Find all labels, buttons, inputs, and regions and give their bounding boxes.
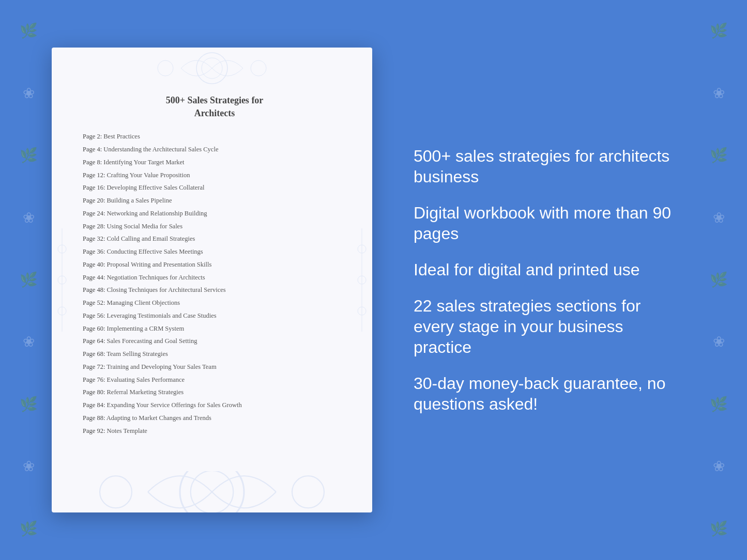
feature-text: Ideal for digital and printed use bbox=[414, 259, 685, 280]
svg-point-6 bbox=[100, 476, 132, 508]
toc-entry: Page 80: Referral Marketing Strategies bbox=[83, 386, 346, 399]
toc-entry: Page 24: Networking and Relationship Bui… bbox=[83, 207, 346, 220]
toc-entry: Page 72: Training and Developing Your Sa… bbox=[83, 361, 346, 374]
toc-entry: Page 36: Conducting Effective Sales Meet… bbox=[83, 245, 346, 258]
toc-entry: Page 16: Developing Effective Sales Coll… bbox=[83, 181, 346, 194]
toc-list: Page 2: Best PracticesPage 4: Understand… bbox=[83, 130, 346, 437]
toc-entry: Page 56: Leveraging Testimonials and Cas… bbox=[83, 309, 346, 322]
feature-text: 22 sales strategies sections for every s… bbox=[414, 295, 685, 357]
toc-entry: Page 12: Crafting Your Value Proposition bbox=[83, 169, 346, 182]
feature-text: Digital workbook with more than 90 pages bbox=[414, 203, 685, 244]
svg-point-3 bbox=[251, 60, 266, 76]
toc-entry: Page 44: Negotiation Techniques for Arch… bbox=[83, 271, 346, 284]
toc-entry: Page 88: Adapting to Market Changes and … bbox=[83, 412, 346, 425]
doc-decorative-bottom bbox=[52, 471, 372, 512]
main-content: 500+ Sales Strategies forArchitects Page… bbox=[0, 27, 747, 533]
toc-entry: Page 64: Sales Forecasting and Goal Sett… bbox=[83, 335, 346, 348]
toc-entry: Page 92: Notes Template bbox=[83, 425, 346, 438]
toc-entry: Page 60: Implementing a CRM System bbox=[83, 322, 346, 335]
doc-side-deco-right bbox=[352, 89, 372, 471]
features-panel: 500+ sales strategies for architects bus… bbox=[403, 146, 685, 414]
document-title: 500+ Sales Strategies forArchitects bbox=[83, 94, 346, 120]
feature-text: 30-day money-back guarantee, no question… bbox=[414, 373, 685, 414]
document-panel: 500+ Sales Strategies forArchitects Page… bbox=[52, 48, 372, 512]
toc-entry: Page 2: Best Practices bbox=[83, 130, 346, 143]
toc-entry: Page 8: Identifying Your Target Market bbox=[83, 156, 346, 169]
toc-entry: Page 28: Using Social Media for Sales bbox=[83, 220, 346, 233]
svg-point-2 bbox=[158, 60, 173, 76]
feature-text: 500+ sales strategies for architects bus… bbox=[414, 146, 685, 187]
doc-decorative-top bbox=[52, 48, 372, 89]
toc-entry: Page 48: Closing Techniques for Architec… bbox=[83, 284, 346, 297]
toc-entry: Page 68: Team Selling Strategies bbox=[83, 348, 346, 361]
svg-point-7 bbox=[292, 476, 324, 508]
toc-entry: Page 32: Cold Calling and Email Strategi… bbox=[83, 232, 346, 245]
toc-entry: Page 4: Understanding the Architectural … bbox=[83, 143, 346, 156]
doc-side-deco-left bbox=[52, 89, 72, 471]
toc-entry: Page 52: Managing Client Objections bbox=[83, 297, 346, 309]
toc-entry: Page 20: Building a Sales Pipeline bbox=[83, 194, 346, 207]
toc-entry: Page 76: Evaluating Sales Performance bbox=[83, 374, 346, 386]
toc-entry: Page 40: Proposal Writing and Presentati… bbox=[83, 258, 346, 271]
toc-entry: Page 84: Expanding Your Service Offering… bbox=[83, 399, 346, 412]
